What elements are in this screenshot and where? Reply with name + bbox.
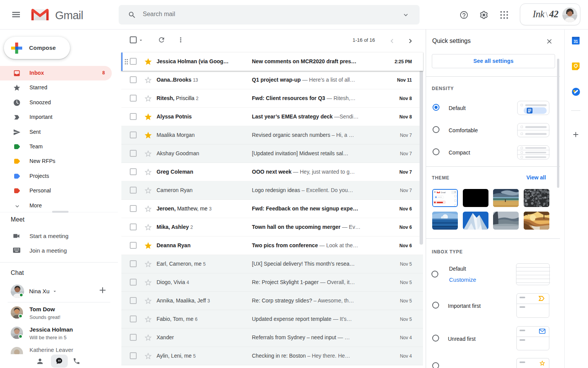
svg-text:Gmail: Gmail — [441, 191, 446, 194]
svg-text:31: 31 — [573, 39, 578, 44]
